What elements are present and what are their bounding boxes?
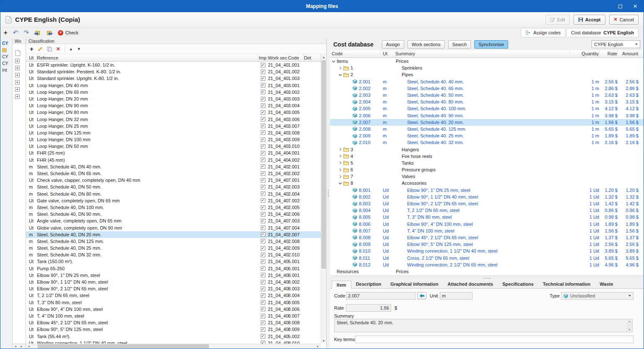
import-checkbox[interactable]: ✓ — [258, 245, 268, 251]
mapping-file-item[interactable]: CY — [0, 53, 12, 60]
mapping-file-item[interactable]: CY — [0, 40, 12, 47]
classification-row[interactable]: UtLoop Hanger, DN 125 mm✓21_04_403.008 — [26, 129, 321, 136]
duplicate-row-button[interactable] — [47, 47, 52, 52]
import-checkbox[interactable]: ✓ — [258, 225, 268, 231]
classification-row[interactable]: UtLoop Hanger, DN 32 mm✓21_04_403.006 — [26, 116, 321, 123]
import-checkbox[interactable]: ✓ — [258, 197, 268, 204]
cost-tree-row[interactable]: 3Hangers — [330, 146, 644, 153]
cost-tree-row[interactable]: 2.010mSteel, Schedule 40. 32 mm.1 m2.16 … — [330, 139, 644, 146]
import-checkbox[interactable]: ✓ — [258, 319, 268, 326]
column-header-reference[interactable]: Reference — [37, 54, 258, 61]
panel-splitter-horizontal[interactable] — [330, 275, 644, 280]
import-checkbox[interactable]: ✓ — [258, 184, 268, 190]
cost-tree-row[interactable]: 8.002UdElbow 90°, 1 1/2" DN 40 mm, steel… — [330, 194, 644, 200]
undo-button[interactable]: ↶ — [13, 30, 18, 36]
expand-plus-icon[interactable]: + — [15, 80, 20, 85]
column-header-amount[interactable]: Amount — [618, 50, 644, 57]
cost-tree-row[interactable]: ItemsPrices — [330, 58, 644, 65]
import-checkbox[interactable]: ✓ — [258, 129, 268, 136]
cost-tree-row[interactable]: 1Sprinklers — [330, 65, 644, 71]
classification-row[interactable]: UtLoop Hanger, DN 40 mm✓21_04_403.001 — [26, 82, 321, 89]
accept-button[interactable]: Accept — [574, 15, 605, 25]
import-checkbox[interactable]: ✓ — [258, 258, 268, 265]
import-checkbox[interactable]: ✓ — [258, 285, 268, 292]
classification-row[interactable]: UtLoop Hanger, DN 80 mm✓21_04_403.005 — [26, 109, 321, 116]
cost-tree-row[interactable]: 2.006mSteel, Schedule 40. 90 mm.1 m3.98 … — [330, 112, 644, 119]
classification-row[interactable]: UtPump 65-250✓21_04_406.001 — [26, 265, 321, 272]
import-checkbox[interactable]: ✓ — [258, 333, 268, 340]
classification-row[interactable]: UtGate valve, completely open, DN 65 mm✓… — [26, 197, 321, 204]
move-down-button[interactable]: ▼ — [77, 47, 81, 51]
cost-tree-row[interactable]: 2.009mSteel, Schedule 40. 25 mm.1 m1.89 … — [330, 132, 644, 139]
import-mapping-button[interactable] — [34, 30, 41, 36]
cost-tree-row[interactable]: 8.011UdCross, 2 1/2" DN 65 mm, steel1 Ud… — [330, 254, 644, 261]
scroll-left-icon[interactable]: ◂ — [26, 344, 32, 349]
classification-row[interactable]: UtLoop Hanger, DN 50 mm✓21_04_403.010 — [26, 143, 321, 150]
maximize-button[interactable] — [613, 0, 628, 12]
search-button[interactable]: Search — [448, 40, 471, 49]
delete-row-button[interactable]: ✕ — [56, 46, 60, 52]
close-button[interactable]: ✕ — [628, 0, 643, 12]
import-checkbox[interactable]: ✓ — [258, 62, 268, 68]
chevron-right-icon[interactable] — [338, 168, 342, 172]
classification-row[interactable]: UtGlobe valve, completely open, DN 90 mm… — [26, 225, 321, 231]
classification-row[interactable]: mSteel, Schedule 40, DN 100 mm.✓21_04_40… — [26, 204, 321, 211]
scroll-down-icon[interactable]: ▾ — [628, 328, 630, 331]
classification-row[interactable]: UtElbow 90°, 2 1/2" DN 65 mm, steel✓21_0… — [26, 285, 321, 292]
go-to-code-button[interactable] — [417, 292, 426, 300]
import-checkbox[interactable]: ✓ — [258, 306, 268, 313]
classification-row[interactable]: UtStandard sprinkler. Pendent. K-80. 1/2… — [26, 68, 321, 75]
redo-button[interactable]: ↷ — [23, 30, 29, 36]
column-header-detail[interactable]: Det — [304, 54, 321, 61]
column-header-quantity[interactable]: Quantity — [570, 50, 599, 57]
assign-codes-button[interactable]: Assign codes — [521, 28, 565, 37]
classification-row[interactable]: UtT, 4" DN 100 mm, steel✓21_04_408.007 — [26, 313, 321, 319]
classification-row[interactable]: UtElbow 45°, 2 1/2" DN 65 mm, steel✓21_0… — [26, 319, 321, 326]
import-checkbox[interactable]: ✓ — [258, 313, 268, 319]
classification-row[interactable]: UtTank (150.00 m³).✓21_04_405.001 — [26, 258, 321, 265]
classification-vscrollbar[interactable]: ▲ ▼ — [321, 54, 326, 344]
scroll-right-icon[interactable]: ▸ — [18, 344, 24, 349]
import-checkbox[interactable]: ✓ — [258, 340, 268, 344]
import-checkbox[interactable]: ✓ — [258, 136, 268, 143]
cost-tree-row[interactable]: 8.012UdWinding connection, 2 1/2" DN 65 … — [330, 261, 644, 268]
import-checkbox[interactable]: ✓ — [258, 272, 268, 279]
synchronise-button[interactable]: Synchronise — [474, 40, 508, 49]
column-header-code[interactable]: Code — [330, 50, 380, 57]
cost-tree-row[interactable]: 8.001UdElbow 90°, 1" DN 25 mm, steel1 Ud… — [330, 187, 644, 194]
classification-row[interactable]: UtESFR sprinkler. Upright. K-160. 1/2 in… — [26, 62, 321, 68]
tab-attached-documents[interactable]: Attached documents — [443, 280, 498, 288]
classification-row[interactable]: mSteel, Schedule 40, DN 40 mm.✓21_04_402… — [26, 163, 321, 170]
column-header-worksection[interactable]: Work sec — [268, 54, 288, 61]
chevron-right-icon[interactable] — [338, 66, 342, 70]
cost-tree-row[interactable]: 2.007mSteel, Schedule 40. 20 mm.1 m1.56 … — [330, 119, 644, 126]
expand-plus-icon[interactable]: + — [15, 87, 20, 92]
import-checkbox[interactable]: ✓ — [258, 157, 268, 163]
expand-plus-icon[interactable]: + — [15, 66, 20, 70]
import-checkbox[interactable]: ✓ — [258, 251, 268, 258]
classification-row[interactable]: UtAngle valve, completely open, DN 65 mm… — [26, 217, 321, 224]
column-header-code[interactable]: Code — [288, 54, 304, 61]
unit-field[interactable] — [440, 292, 473, 300]
cost-tree-row[interactable]: 2.005mSteel, Schedule 40. 100 mm.1 m4.12… — [330, 105, 644, 112]
cancel-button[interactable]: ✕ Cancel — [609, 15, 639, 25]
cost-tree-row[interactable]: 7Valves — [330, 173, 644, 180]
classification-row[interactable]: UtCheck valve, clapper, completely open,… — [26, 177, 321, 184]
assign-button[interactable]: Assign — [382, 40, 404, 49]
scroll-left-icon[interactable]: ◂ — [13, 344, 18, 349]
import-checkbox[interactable]: ✓ — [258, 150, 268, 156]
cost-tree-row[interactable]: 2.002mSteel, Schedule 40. 65 mm.1 m2.86 … — [330, 85, 644, 92]
column-header-ut[interactable]: Ut — [26, 54, 37, 61]
classification-row[interactable]: mSteel, Schedule 40, DN 90 mm.✓21_04_402… — [26, 211, 321, 217]
import-checkbox[interactable]: ✓ — [258, 292, 268, 299]
tab-waste[interactable]: Waste — [595, 280, 618, 288]
panel-splitter-vertical[interactable] — [327, 38, 330, 349]
classification-row[interactable]: UtLoop Hanger, DN 65 mm✓21_04_403.002 — [26, 89, 321, 96]
edit-button[interactable]: Edit — [545, 15, 570, 25]
cost-tree-row[interactable]: ResourcesPrices — [330, 268, 644, 275]
cost-tree-row[interactable]: 4Fire hose reels — [330, 153, 644, 160]
import-checkbox[interactable]: ✓ — [258, 238, 268, 245]
tab-description[interactable]: Description — [351, 280, 386, 288]
classification-row[interactable]: UtElbow 90°, 5" DN 125 mm, steel✓21_04_4… — [26, 326, 321, 333]
rate-field[interactable] — [346, 304, 391, 312]
